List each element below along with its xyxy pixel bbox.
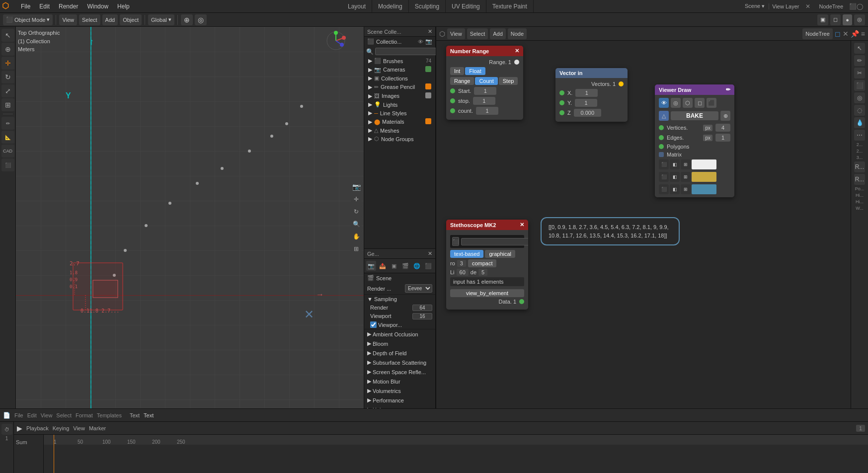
- swatch-icon-8[interactable]: ◧: [670, 184, 680, 194]
- ne-circle-icon[interactable]: ◎: [854, 92, 865, 103]
- outliner-item-line-styles[interactable]: ▶ ─ Line Styles: [364, 109, 435, 117]
- text-edit-menu[interactable]: Edit: [27, 412, 37, 418]
- play-btn[interactable]: ▶: [17, 424, 22, 432]
- ne-select-icon[interactable]: ↖: [854, 43, 865, 54]
- outliner-item-cameras[interactable]: ▶ 📷 Cameras: [364, 65, 435, 74]
- outliner-item-node-groups[interactable]: ▶ ⬡ Node Groups: [364, 135, 435, 143]
- vd-icon-5[interactable]: ⬛: [707, 98, 716, 108]
- menu-window[interactable]: Window: [83, 2, 112, 11]
- add-btn[interactable]: Add: [102, 14, 118, 25]
- orbit-icon[interactable]: ↻: [351, 206, 362, 217]
- select-tool[interactable]: ↖: [1, 29, 14, 42]
- navigate-icon[interactable]: ✛: [351, 194, 362, 205]
- bloom-section[interactable]: ▶ Bloom: [364, 339, 435, 348]
- node-toolbar-icon[interactable]: ≡: [861, 30, 865, 38]
- menu-render[interactable]: Render: [55, 2, 82, 11]
- workspace-tab-texture[interactable]: Texture Paint: [486, 0, 534, 12]
- node-select-btn[interactable]: Select: [467, 28, 488, 39]
- bake-btn[interactable]: BAKE: [671, 111, 718, 120]
- node-add-btn[interactable]: Add: [490, 28, 506, 39]
- ambient-occlusion-section[interactable]: ▶ Ambient Occlusion: [364, 329, 435, 339]
- vectors-output-socket[interactable]: [619, 81, 624, 86]
- measure-tool[interactable]: 📐: [1, 131, 14, 144]
- text-based-btn[interactable]: text-based: [450, 250, 483, 258]
- view-btn[interactable]: View: [59, 14, 77, 25]
- text-view-menu[interactable]: View: [41, 412, 53, 418]
- edges-px-input[interactable]: [715, 134, 730, 142]
- outliner-item-materials[interactable]: ▶ ⬤ Materials: [364, 117, 435, 126]
- node-tree-label-btn[interactable]: NodeTree: [802, 28, 833, 39]
- step-mode-btn[interactable]: Step: [499, 77, 518, 85]
- edges-socket[interactable]: [659, 135, 664, 140]
- swatch-icon-3[interactable]: ⊞: [681, 159, 691, 169]
- render-samples-input[interactable]: [412, 305, 432, 311]
- cursor-tool[interactable]: ⊕: [1, 43, 14, 56]
- swatch-icon-6[interactable]: ⊞: [681, 172, 691, 182]
- viewport-denoise-check[interactable]: [370, 321, 377, 328]
- xray-btn[interactable]: ◻: [830, 14, 841, 25]
- z-input[interactable]: [574, 109, 601, 117]
- props-close[interactable]: ✕: [428, 250, 432, 257]
- start-input[interactable]: [474, 87, 496, 95]
- matrix-socket[interactable]: [659, 152, 664, 157]
- timeline-view-menu[interactable]: View: [73, 425, 85, 431]
- sss-section[interactable]: ▶ Subsurface Scattering: [364, 358, 435, 367]
- collection-camera[interactable]: 📷: [425, 38, 432, 45]
- eye-toggle-btn[interactable]: 👁: [659, 98, 669, 108]
- outliner-item-brushes[interactable]: ▶ ⬛ Brushes 74: [364, 57, 435, 65]
- move-tool[interactable]: ✛: [1, 57, 14, 70]
- node-pin-icon[interactable]: 📌: [851, 30, 859, 38]
- count-input[interactable]: [476, 107, 498, 115]
- playback-menu[interactable]: Playback: [26, 425, 49, 431]
- stetho-icon-btn[interactable]: ⬛: [452, 237, 459, 246]
- shading-rendered[interactable]: ◎: [854, 14, 865, 25]
- view-layer-selector[interactable]: View Layer: [769, 3, 802, 9]
- stop-socket[interactable]: [450, 98, 455, 103]
- timeline-icon-1[interactable]: ⏱: [1, 424, 12, 435]
- current-frame-display[interactable]: 1: [856, 425, 865, 432]
- ne-eyedropper-icon[interactable]: 💧: [854, 117, 865, 128]
- text-format-menu[interactable]: Format: [76, 412, 93, 418]
- workspace-tab-modeling[interactable]: Modeling: [372, 0, 409, 12]
- swatch-icon-5[interactable]: ◧: [670, 172, 680, 182]
- rotate-tool[interactable]: ↻: [1, 71, 14, 83]
- int-btn[interactable]: Int: [450, 67, 464, 75]
- transform-tool[interactable]: ⊞: [1, 98, 14, 111]
- timeline-ruler[interactable]: 1 50 100 150 200 250: [44, 435, 868, 473]
- y-socket[interactable]: [559, 100, 564, 105]
- vd-icon-2[interactable]: ◎: [671, 98, 681, 108]
- node-shade-icon[interactable]: ◻: [835, 30, 841, 38]
- number-range-close[interactable]: ✕: [515, 48, 519, 54]
- render-engine-select[interactable]: Eevee Cycles: [405, 284, 432, 293]
- swatch-icon-4[interactable]: ⬛: [659, 172, 669, 182]
- hair-section[interactable]: ▶ Hair: [364, 405, 435, 408]
- add-cube-tool[interactable]: ⬛: [1, 158, 14, 171]
- vd-icon-triforce[interactable]: △: [659, 111, 669, 121]
- vd-icon-4[interactable]: ◻: [695, 98, 705, 108]
- object-tab-icon[interactable]: ⬛: [423, 261, 433, 271]
- workspace-tab-layout[interactable]: Layout: [342, 0, 372, 12]
- shading-solid[interactable]: ●: [843, 14, 852, 25]
- swatch-icon-7[interactable]: ⬛: [659, 184, 669, 194]
- mode-selector[interactable]: ⬛ Object Mode ▾: [3, 14, 53, 25]
- menu-file[interactable]: File: [17, 2, 34, 11]
- x-socket[interactable]: [559, 90, 564, 95]
- object-btn[interactable]: Object: [120, 14, 142, 25]
- search-input[interactable]: [375, 48, 443, 55]
- outliner-item-lights[interactable]: ▶ 💡 Lights: [364, 100, 435, 109]
- start-socket[interactable]: [450, 88, 455, 93]
- view-layer-tab-icon[interactable]: ▣: [389, 261, 399, 271]
- graphical-btn[interactable]: graphical: [485, 250, 515, 258]
- outliner-collection[interactable]: ⬛ Collectio... 👁 📷: [364, 37, 435, 46]
- ne-r-icon[interactable]: R...: [854, 161, 865, 172]
- stop-input[interactable]: [473, 97, 495, 105]
- ssr-section[interactable]: ▶ Screen Space Refle...: [364, 367, 435, 377]
- outliner-item-collections[interactable]: ▶ ▣ Collections: [364, 74, 435, 82]
- annotate-tool[interactable]: ✏: [1, 117, 14, 130]
- menu-edit[interactable]: Edit: [35, 2, 54, 11]
- ne-r2-icon[interactable]: R...: [854, 174, 865, 185]
- range-mode-btn[interactable]: Range: [450, 77, 474, 85]
- color-swatch-white[interactable]: [692, 159, 716, 169]
- y-input[interactable]: [575, 99, 597, 107]
- ro-value[interactable]: 3: [457, 260, 466, 267]
